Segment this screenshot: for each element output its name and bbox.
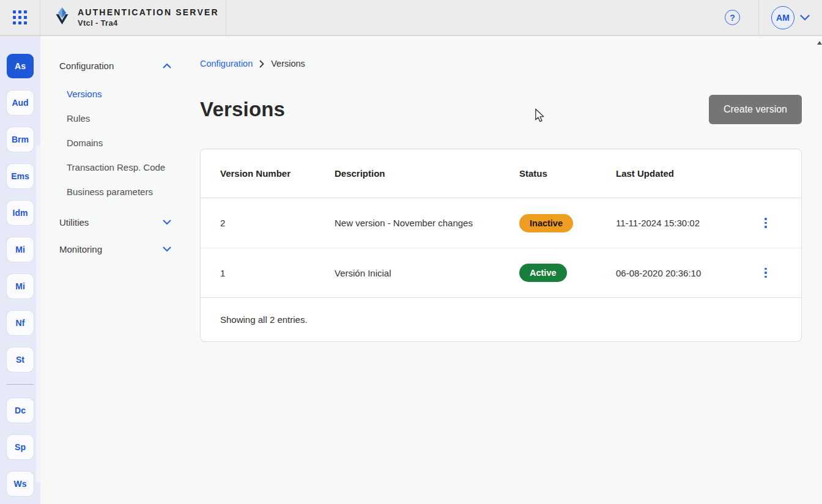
app-shortcut-label: As <box>15 61 26 71</box>
app-subtitle: Vtcl - Tra4 <box>78 18 219 28</box>
app-logo-icon <box>54 7 70 28</box>
table-row: 2 New version - November changes Inactiv… <box>201 198 801 248</box>
nav-item-transaction-resp-code[interactable]: Transaction Resp. Code <box>40 155 190 179</box>
avatar[interactable]: AM <box>771 6 794 29</box>
cell-description: New version - November changes <box>335 218 519 228</box>
row-actions-kebab-icon[interactable] <box>758 265 774 281</box>
chevron-icon <box>163 220 171 225</box>
nav-section-configuration[interactable]: Configuration <box>40 57 190 74</box>
breadcrumb-versions: Versions <box>271 59 305 69</box>
nav-item-label: Transaction Resp. Code <box>67 162 165 172</box>
nav-item-domains[interactable]: Domains <box>40 130 190 155</box>
app-rail: AsAudBrmEmsIdmMiMiNfStDcSpWs <box>0 36 40 504</box>
app-shortcut-label: Aud <box>12 98 28 108</box>
cell-version-number: 2 <box>220 218 335 228</box>
app-shortcut-ems[interactable]: Ems <box>7 164 34 188</box>
status-badge: Active <box>519 264 567 282</box>
app-shortcut-dc[interactable]: Dc <box>7 398 34 423</box>
nav-item-label: Versions <box>67 89 102 99</box>
side-nav: Configuration VersionsRulesDomainsTransa… <box>40 36 190 504</box>
column-version-number: Version Number <box>220 168 335 179</box>
nav-item-versions[interactable]: Versions <box>40 81 190 106</box>
top-bar: AUTHENTICATION SERVER Vtcl - Tra4 ? AM <box>0 0 822 36</box>
app-shortcut-aud[interactable]: Aud <box>7 91 34 115</box>
column-status: Status <box>519 168 616 179</box>
versions-table: Version Number Description Status Last U… <box>200 149 802 342</box>
app-shortcut-brm[interactable]: Brm <box>7 127 34 152</box>
app-shortcut-label: Mi <box>15 281 25 291</box>
column-description: Description <box>335 168 519 179</box>
account-menu[interactable]: AM <box>759 0 822 35</box>
app-shortcut-label: Ems <box>11 171 29 181</box>
app-shortcut-ws[interactable]: Ws <box>7 472 34 496</box>
status-badge: Inactive <box>519 214 573 232</box>
nav-item-business-parameters[interactable]: Business parameters <box>40 179 190 204</box>
entries-summary: Showing all 2 entries. <box>220 314 308 325</box>
grid-icon <box>13 10 27 24</box>
column-last-updated: Last Updated <box>616 168 741 179</box>
row-actions-kebab-icon[interactable] <box>758 215 774 231</box>
nav-item-label: Business parameters <box>67 187 153 197</box>
app-shortcut-mi[interactable]: Mi <box>7 274 34 298</box>
app-title: AUTHENTICATION SERVER <box>78 7 219 17</box>
help-icon[interactable]: ? <box>725 10 740 25</box>
chevron-icon <box>163 63 171 69</box>
table-row: 1 Versión Inicial Active 06-08-2020 20:3… <box>201 248 801 297</box>
main-content: Configuration Versions Versions Create v… <box>190 36 822 504</box>
table-header-row: Version Number Description Status Last U… <box>201 149 801 198</box>
nav-children: VersionsRulesDomainsTransaction Resp. Co… <box>40 81 190 204</box>
app-shortcut-st[interactable]: St <box>7 347 34 372</box>
help-glyph: ? <box>730 13 735 23</box>
nav-section-monitoring[interactable]: Monitoring <box>40 240 190 258</box>
nav-section-label: Monitoring <box>59 244 102 254</box>
create-version-button[interactable]: Create version <box>709 95 802 124</box>
app-shortcut-label: Sp <box>15 442 26 452</box>
cell-description: Versión Inicial <box>335 268 519 278</box>
app-shortcut-label: Brm <box>12 135 29 144</box>
cell-last-updated: 11-11-2024 15:30:02 <box>616 218 741 228</box>
breadcrumb-configuration[interactable]: Configuration <box>200 59 253 69</box>
app-shortcut-sp[interactable]: Sp <box>7 435 34 459</box>
nav-item-rules[interactable]: Rules <box>40 106 190 130</box>
app-shortcut-idm[interactable]: Idm <box>7 201 34 225</box>
rail-scrollbar[interactable] <box>36 145 40 483</box>
nav-section-label: Configuration <box>59 61 114 71</box>
breadcrumb-chevron-icon <box>259 60 264 68</box>
app-shortcut-label: Idm <box>13 208 28 218</box>
breadcrumb: Configuration Versions <box>200 59 802 69</box>
app-shortcut-label: Mi <box>15 245 25 254</box>
app-shortcut-label: Dc <box>15 406 26 415</box>
chevron-down-icon[interactable] <box>800 15 810 21</box>
nav-section-utilities[interactable]: Utilities <box>40 213 190 231</box>
app-shortcut-label: St <box>16 355 24 365</box>
cell-version-number: 1 <box>220 268 335 278</box>
scrollbar-up-arrow[interactable] <box>817 41 822 45</box>
nav-item-label: Domains <box>67 138 103 148</box>
brand: AUTHENTICATION SERVER Vtcl - Tra4 <box>40 0 226 35</box>
app-shortcut-mi[interactable]: Mi <box>7 237 34 262</box>
nav-item-label: Rules <box>67 113 90 124</box>
table-footer: Showing all 2 entries. <box>201 297 801 341</box>
app-shortcut-as[interactable]: As <box>7 54 34 78</box>
page-title: Versions <box>200 98 285 121</box>
nav-section-label: Utilities <box>59 217 89 228</box>
cell-last-updated: 06-08-2020 20:36:10 <box>616 268 741 278</box>
chevron-icon <box>163 246 171 252</box>
app-shortcut-label: Ws <box>14 479 27 489</box>
app-launcher-button[interactable] <box>0 0 40 35</box>
app-shortcut-nf[interactable]: Nf <box>7 311 34 335</box>
app-shortcut-label: Nf <box>16 318 25 328</box>
rail-divider <box>7 384 34 385</box>
